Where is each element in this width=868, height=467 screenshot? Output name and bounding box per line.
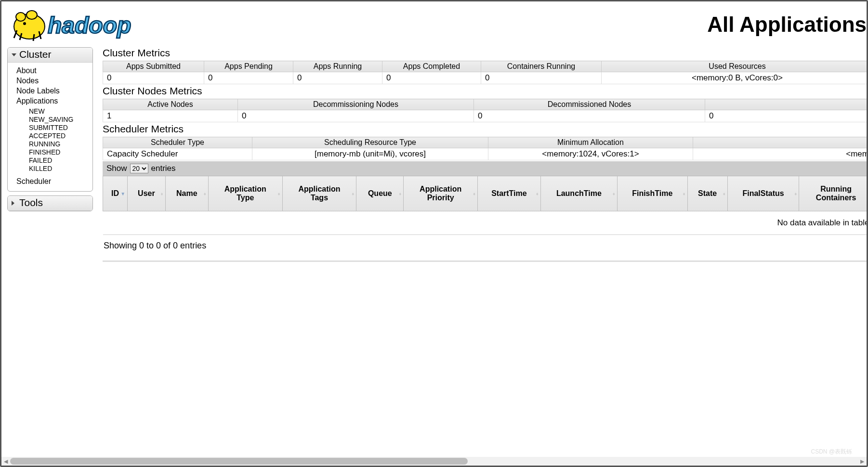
watermark: CSDN @表既铄	[811, 448, 852, 456]
td-active-nodes[interactable]: 1	[103, 110, 238, 122]
page-length-select[interactable]: 20	[130, 164, 148, 173]
sort-icon: ♦	[536, 191, 539, 196]
panel-tools: Tools	[7, 195, 93, 211]
th-min-allocation: Minimum Allocation	[488, 137, 693, 148]
chevron-right-icon	[12, 201, 14, 206]
scroll-left-icon[interactable]: ◀	[1, 457, 10, 466]
nav-app-submitted[interactable]: SUBMITTED	[29, 123, 92, 131]
sort-icon: ♦	[613, 191, 615, 196]
horizontal-scrollbar[interactable]: ◀ ▶	[1, 457, 867, 466]
sort-icon: ♦	[160, 191, 163, 196]
nav-app-failed[interactable]: FAILED	[29, 156, 92, 164]
th-start-time[interactable]: StartTime♦	[477, 176, 540, 211]
td-used-resources: <memory:0 B, vCores:0>	[602, 72, 867, 84]
th-apps-pending: Apps Pending	[204, 61, 293, 72]
td-containers-running: 0	[481, 72, 602, 84]
scrollbar-track[interactable]	[10, 457, 858, 466]
td-apps-running: 0	[293, 72, 382, 84]
scrollbar-thumb[interactable]	[10, 458, 468, 465]
td-no-data: No data available in table	[103, 211, 867, 235]
td-min-allocation: <memory:1024, vCores:1>	[488, 148, 693, 160]
nav-node-labels[interactable]: Node Labels	[16, 86, 92, 96]
nav-app-new-saving[interactable]: NEW_SAVING	[29, 115, 92, 123]
nav-scheduler[interactable]: Scheduler	[16, 176, 92, 186]
sort-desc-icon: ▼	[120, 191, 125, 196]
nav-app-accepted[interactable]: ACCEPTED	[29, 131, 92, 140]
th-finish-time[interactable]: FinishTime♦	[617, 176, 687, 211]
sidebar: Cluster About Nodes Node Labels Applicat…	[7, 47, 93, 215]
chevron-down-icon	[12, 53, 16, 56]
svg-point-2	[26, 11, 37, 19]
th-containers-running: Containers Running	[481, 61, 602, 72]
th-apps-running: Apps Running	[293, 61, 382, 72]
th-apps-completed: Apps Completed	[382, 61, 481, 72]
sort-icon: ♦	[794, 191, 797, 196]
th-state[interactable]: State♦	[687, 176, 727, 211]
logo-text: hadoop	[48, 13, 131, 38]
th-launch-time[interactable]: LaunchTime♦	[540, 176, 617, 211]
td-apps-pending: 0	[204, 72, 293, 84]
th-max-allocation	[693, 137, 867, 148]
datatable-length-control: Show 20 entries	[103, 161, 867, 176]
panel-header-tools[interactable]: Tools	[8, 196, 92, 211]
table-applications: ID▼ User♦ Name♦ Application Type♦ Applic…	[103, 176, 867, 235]
svg-point-3	[23, 22, 26, 25]
th-nodes-extra	[705, 99, 867, 110]
datatable-info: Showing 0 to 0 of 0 entries	[103, 235, 867, 262]
nav-app-running[interactable]: RUNNING	[29, 140, 92, 148]
th-app-tags[interactable]: Application Tags♦	[282, 176, 356, 211]
nav-app-finished[interactable]: FINISHED	[29, 148, 92, 156]
table-scheduler-metrics: Scheduler Type Scheduling Resource Type …	[103, 137, 867, 160]
th-running-containers[interactable]: Running Containers♦	[799, 176, 867, 211]
sort-icon: ♦	[399, 191, 401, 196]
nav-app-new[interactable]: NEW	[29, 107, 92, 115]
sort-icon: ♦	[683, 191, 685, 196]
td-apps-completed: 0	[382, 72, 481, 84]
scroll-right-icon[interactable]: ▶	[858, 457, 867, 466]
show-label-post: entries	[151, 164, 176, 173]
th-app-type[interactable]: Application Type♦	[208, 176, 282, 211]
sort-icon: ♦	[204, 191, 206, 196]
main-content: Cluster Metrics Apps Submitted Apps Pend…	[103, 47, 867, 262]
sort-icon: ♦	[352, 191, 354, 196]
td-decommissioned-nodes[interactable]: 0	[474, 110, 705, 122]
section-cluster-nodes-metrics: Cluster Nodes Metrics	[103, 85, 867, 97]
th-scheduling-resource-type: Scheduling Resource Type	[252, 137, 488, 148]
section-cluster-metrics: Cluster Metrics	[103, 47, 867, 59]
nav-applications[interactable]: Applications	[16, 96, 92, 106]
nav-app-killed[interactable]: KILLED	[29, 164, 92, 172]
th-name[interactable]: Name♦	[165, 176, 208, 211]
table-cluster-nodes-metrics: Active Nodes Decommissioning Nodes Decom…	[103, 99, 867, 122]
nav-nodes[interactable]: Nodes	[16, 76, 92, 86]
th-queue[interactable]: Queue♦	[356, 176, 404, 211]
show-label-pre: Show	[106, 164, 127, 173]
panel-header-cluster[interactable]: Cluster	[8, 48, 92, 63]
th-user[interactable]: User♦	[128, 176, 165, 211]
td-decommissioning-nodes[interactable]: 0	[238, 110, 474, 122]
td-scheduling-resource-type: [memory-mb (unit=Mi), vcores]	[252, 148, 488, 160]
panel-title-cluster: Cluster	[19, 49, 52, 60]
sort-icon: ♦	[473, 191, 475, 196]
th-used-resources: Used Resources	[602, 61, 867, 72]
table-cluster-metrics: Apps Submitted Apps Pending Apps Running…	[103, 61, 867, 84]
panel-cluster: Cluster About Nodes Node Labels Applicat…	[7, 47, 93, 192]
nav-about[interactable]: About	[16, 65, 92, 76]
sort-icon: ♦	[723, 191, 725, 196]
th-decommissioning-nodes: Decommissioning Nodes	[238, 99, 474, 110]
svg-point-1	[16, 13, 26, 21]
th-active-nodes: Active Nodes	[103, 99, 238, 110]
td-max-allocation: <mem	[693, 148, 867, 160]
page-title: All Applications	[707, 13, 867, 37]
th-scheduler-type: Scheduler Type	[103, 137, 252, 148]
section-scheduler-metrics: Scheduler Metrics	[103, 123, 867, 135]
th-decommissioned-nodes: Decommissioned Nodes	[474, 99, 705, 110]
td-scheduler-type: Capacity Scheduler	[103, 148, 252, 160]
th-final-status[interactable]: FinalStatus♦	[727, 176, 799, 211]
td-apps-submitted: 0	[103, 72, 204, 84]
sort-icon: ♦	[278, 191, 280, 196]
hadoop-logo: hadoop	[7, 6, 164, 42]
th-apps-submitted: Apps Submitted	[103, 61, 204, 72]
td-nodes-extra[interactable]: 0	[705, 110, 867, 122]
th-app-priority[interactable]: Application Priority♦	[404, 176, 478, 211]
th-id[interactable]: ID▼	[103, 176, 128, 211]
